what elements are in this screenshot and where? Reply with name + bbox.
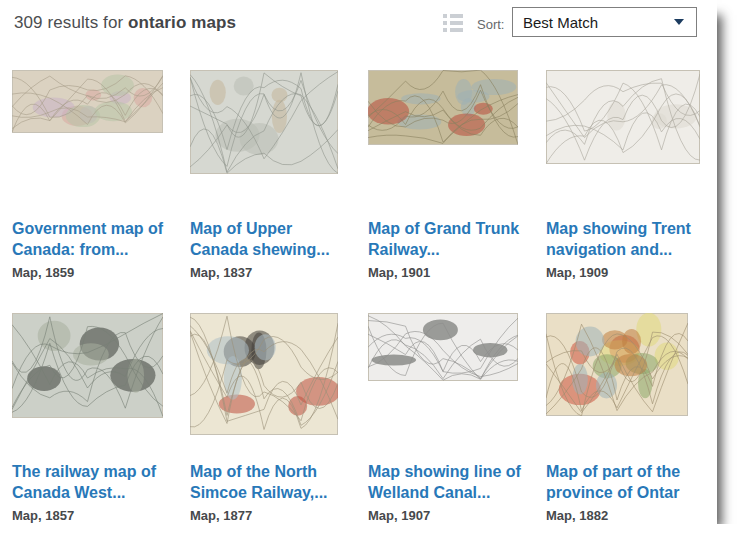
- result-title-link[interactable]: Map showing line of Welland Canal...: [368, 461, 528, 503]
- list-icon-row: [443, 21, 463, 25]
- result-card: The railway map of Canada West... Map, 1…: [12, 313, 190, 524]
- list-icon-row: [443, 28, 463, 32]
- results-count: 309: [14, 13, 43, 32]
- search-results-page: 309 results for ontario maps Sort: Best …: [0, 0, 717, 524]
- result-card: Map of the North Simcoe Railway,... Map,…: [190, 313, 368, 524]
- result-meta: Map, 1837: [190, 265, 368, 280]
- result-card: Map of part of the province of Ontar Map…: [546, 313, 717, 524]
- result-title-link[interactable]: Map of Upper Canada shewing...: [190, 218, 350, 260]
- trent-navigation-map-thumbnail[interactable]: [546, 70, 717, 218]
- trent-navigation-map-thumbnail-image[interactable]: [546, 70, 700, 164]
- result-title-link[interactable]: Government map of Canada: from...: [12, 218, 172, 260]
- result-meta: Map, 1877: [190, 508, 368, 523]
- result-title-link[interactable]: The railway map of Canada West...: [12, 461, 172, 503]
- grand-trunk-railway-map-thumbnail-image[interactable]: [368, 70, 518, 145]
- welland-canal-map-thumbnail-image[interactable]: [368, 313, 518, 381]
- result-title-link[interactable]: Map of part of the province of Ontar: [546, 461, 706, 503]
- north-simcoe-railway-map-thumbnail[interactable]: [190, 313, 368, 461]
- result-card: Map showing Trent navigation and... Map,…: [546, 70, 717, 313]
- result-meta: Map, 1859: [12, 265, 190, 280]
- welland-canal-map-thumbnail[interactable]: [368, 313, 546, 461]
- results-grid: Government map of Canada: from... Map, 1…: [12, 70, 717, 524]
- result-meta: Map, 1882: [546, 508, 717, 523]
- results-label: results for: [43, 13, 128, 32]
- result-meta: Map, 1907: [368, 508, 546, 523]
- result-meta: Map, 1857: [12, 508, 190, 523]
- map-of-upper-canada-thumbnail[interactable]: [190, 70, 368, 218]
- government-map-of-canada-thumbnail-image[interactable]: [12, 70, 163, 133]
- search-query: ontario maps: [128, 13, 236, 32]
- list-view-icon[interactable]: [443, 14, 463, 32]
- north-simcoe-railway-map-thumbnail-image[interactable]: [190, 313, 338, 435]
- result-title-link[interactable]: Map showing Trent navigation and...: [546, 218, 706, 260]
- result-card: Map of Upper Canada shewing... Map, 1837: [190, 70, 368, 313]
- result-title-link[interactable]: Map of Grand Trunk Railway...: [368, 218, 528, 260]
- map-of-upper-canada-thumbnail-image[interactable]: [190, 70, 338, 174]
- railway-map-of-canada-west-thumbnail[interactable]: [12, 313, 190, 461]
- result-card: Government map of Canada: from... Map, 1…: [12, 70, 190, 313]
- result-card: Map showing line of Welland Canal... Map…: [368, 313, 546, 524]
- results-header: 309 results for ontario maps: [14, 13, 236, 33]
- result-meta: Map, 1901: [368, 265, 546, 280]
- list-icon-row: [443, 14, 463, 18]
- result-card: Map of Grand Trunk Railway... Map, 1901: [368, 70, 546, 313]
- grand-trunk-railway-map-thumbnail[interactable]: [368, 70, 546, 218]
- province-of-ontario-map-thumbnail[interactable]: [546, 313, 717, 461]
- sort-label: Sort:: [477, 17, 504, 32]
- railway-map-of-canada-west-thumbnail-image[interactable]: [12, 313, 163, 418]
- result-title-link[interactable]: Map of the North Simcoe Railway,...: [190, 461, 350, 503]
- result-meta: Map, 1909: [546, 265, 717, 280]
- government-map-of-canada-thumbnail[interactable]: [12, 70, 190, 218]
- province-of-ontario-map-thumbnail-image[interactable]: [546, 313, 688, 416]
- chevron-down-icon: [674, 19, 684, 25]
- sort-dropdown[interactable]: Best Match: [512, 7, 697, 37]
- sort-dropdown-value: Best Match: [513, 14, 598, 31]
